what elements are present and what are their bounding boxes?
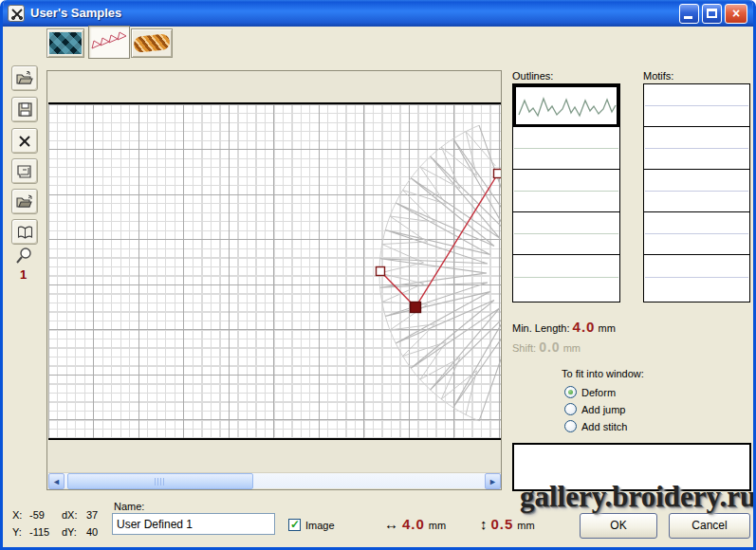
outline-slot[interactable] bbox=[513, 255, 619, 298]
open-folder-icon bbox=[16, 71, 33, 85]
min-length-label: Min. Length: bbox=[512, 322, 570, 334]
triangle-run-icon bbox=[90, 31, 128, 54]
stitch-grid bbox=[48, 104, 501, 438]
maximize-button[interactable] bbox=[702, 4, 722, 24]
scroll-left-icon: ◄ bbox=[52, 477, 61, 486]
close-icon: × bbox=[732, 6, 740, 21]
height-unit: mm bbox=[517, 520, 534, 531]
x-value: -59 bbox=[29, 509, 45, 521]
watermark: gallery.broidery.ru bbox=[520, 480, 756, 514]
radio-add-stitch[interactable]: Add stitch bbox=[564, 420, 627, 432]
width-value: 4.0 bbox=[402, 516, 425, 532]
cancel-button[interactable]: Cancel bbox=[669, 513, 750, 539]
minimize-button[interactable] bbox=[679, 4, 699, 24]
vertical-arrow-icon: ↕ bbox=[480, 516, 488, 532]
dx-value: 37 bbox=[86, 509, 98, 521]
image-checkbox[interactable]: ✓ bbox=[288, 519, 301, 531]
window-title: User's Samples bbox=[30, 6, 121, 20]
min-length-value: 4.0 bbox=[573, 319, 596, 335]
shift-label: Shift: bbox=[512, 342, 536, 354]
scroll-right-icon: ► bbox=[489, 477, 497, 486]
motif-run-sample-button[interactable] bbox=[88, 26, 130, 59]
image-checkbox-row[interactable]: ✓ Image bbox=[288, 519, 335, 531]
grid-area bbox=[48, 102, 501, 440]
close-button[interactable]: × bbox=[725, 4, 747, 24]
shift-row: Shift: 0.0 mm bbox=[512, 339, 581, 355]
open-sample-button[interactable] bbox=[11, 65, 38, 91]
rope-sample-button[interactable] bbox=[131, 28, 173, 58]
motifs-label: Motifs: bbox=[643, 70, 673, 82]
folder-export-icon bbox=[16, 194, 33, 209]
radio-add-stitch-label: Add stitch bbox=[581, 421, 627, 432]
outline-slot[interactable] bbox=[513, 127, 619, 170]
dy-label: dY: bbox=[62, 526, 77, 538]
save-sample-button[interactable] bbox=[11, 97, 38, 122]
radio-deform[interactable]: Deform bbox=[564, 386, 616, 398]
outlines-list bbox=[512, 83, 620, 302]
magnifier-icon bbox=[14, 247, 33, 266]
height-value: 0.5 bbox=[491, 516, 514, 532]
frame-icon bbox=[17, 164, 32, 179]
shift-unit: mm bbox=[563, 342, 581, 354]
scrollbar-grip bbox=[155, 478, 166, 486]
scroll-left-button[interactable]: ◄ bbox=[48, 473, 65, 489]
satin-sample-button[interactable] bbox=[46, 28, 84, 58]
width-unit: mm bbox=[429, 520, 446, 531]
y-value: -115 bbox=[29, 526, 49, 538]
delete-x-icon bbox=[18, 135, 31, 148]
satin-pattern-icon bbox=[49, 32, 82, 54]
radio-deform-label: Deform bbox=[581, 387, 616, 398]
width-measure: ↔ 4.0 mm bbox=[384, 516, 446, 532]
zigzag-outline-sample bbox=[517, 88, 618, 124]
import-sample-button[interactable] bbox=[11, 189, 38, 214]
radio-add-jump-label: Add jump bbox=[581, 404, 625, 415]
min-length-row: Min. Length: 4.0 mm bbox=[512, 319, 616, 335]
save-floppy-icon bbox=[18, 102, 32, 117]
motif-slot[interactable] bbox=[644, 255, 749, 298]
fit-into-window-label: To fit into window: bbox=[562, 368, 644, 379]
height-measure: ↕ 0.5 mm bbox=[480, 516, 535, 532]
dy-value: 40 bbox=[86, 526, 98, 538]
stitch-edit-handles[interactable] bbox=[48, 104, 501, 438]
motif-slot[interactable] bbox=[644, 127, 749, 170]
outline-slot[interactable] bbox=[513, 212, 619, 255]
radio-button-icon[interactable] bbox=[564, 386, 577, 398]
scrollbar-thumb[interactable] bbox=[67, 473, 253, 489]
y-label: Y: bbox=[12, 526, 22, 538]
name-label: Name: bbox=[114, 501, 144, 512]
check-icon: ✓ bbox=[290, 518, 300, 531]
app-icon bbox=[8, 5, 25, 22]
radio-button-icon[interactable] bbox=[564, 420, 577, 432]
motif-slot[interactable] bbox=[644, 212, 749, 255]
zoom-tool[interactable]: 1 bbox=[14, 247, 37, 284]
radio-button-icon[interactable] bbox=[564, 403, 577, 415]
sample-canvas[interactable]: ◄ ► bbox=[46, 70, 502, 490]
canvas-hscrollbar[interactable]: ◄ ► bbox=[48, 472, 501, 488]
shift-value: 0.0 bbox=[539, 339, 560, 355]
library-button[interactable] bbox=[11, 219, 38, 245]
ok-button[interactable]: OK bbox=[580, 513, 657, 539]
outline-slot-selected[interactable] bbox=[513, 84, 619, 127]
motif-slot[interactable] bbox=[644, 170, 749, 212]
users-samples-dialog: User's Samples × bbox=[0, 0, 756, 550]
title-bar[interactable]: User's Samples × bbox=[0, 0, 756, 27]
rope-pattern-icon bbox=[133, 33, 171, 53]
dx-label: dX: bbox=[62, 509, 78, 521]
zoom-level-value: 1 bbox=[20, 267, 27, 282]
open-book-icon bbox=[17, 226, 33, 239]
outline-slot[interactable] bbox=[513, 170, 619, 212]
radio-add-jump[interactable]: Add jump bbox=[564, 403, 625, 415]
outlines-label: Outlines: bbox=[512, 70, 553, 82]
horizontal-arrow-icon: ↔ bbox=[384, 516, 398, 532]
name-input[interactable] bbox=[112, 513, 275, 535]
motif-slot[interactable] bbox=[644, 84, 749, 127]
frame-tool-button[interactable] bbox=[11, 158, 38, 184]
x-label: X: bbox=[12, 509, 22, 521]
scroll-right-button[interactable]: ► bbox=[485, 473, 501, 489]
delete-sample-button[interactable] bbox=[11, 128, 38, 154]
motifs-list bbox=[643, 83, 750, 302]
min-length-unit: mm bbox=[599, 322, 616, 334]
image-checkbox-label: Image bbox=[305, 520, 335, 531]
